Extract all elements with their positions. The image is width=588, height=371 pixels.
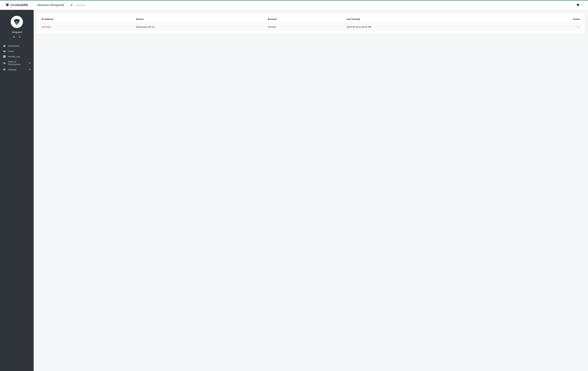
cell-action bbox=[515, 23, 582, 31]
sidebar-item-users[interactable]: Users bbox=[0, 49, 34, 54]
settings-icon bbox=[3, 68, 6, 71]
col-action: Action bbox=[515, 15, 582, 23]
profile-settings-icon[interactable] bbox=[13, 36, 15, 38]
table-row: 127.0.0.1 Macintosh (OS X) Chrome 2018-0… bbox=[40, 23, 582, 31]
caret-down-icon bbox=[29, 62, 31, 64]
users-icon bbox=[3, 50, 6, 52]
top-navbar: VANGUARD Sessions (Vanguard) / Sessions bbox=[0, 0, 588, 10]
sidebar-nav: Dashboard Users Activity Log Roles & Per… bbox=[0, 43, 34, 72]
brand-shield-icon bbox=[5, 3, 9, 7]
sessions-table: IP Address Device Browser Last Activity … bbox=[40, 15, 582, 31]
caret-down-icon bbox=[582, 4, 583, 6]
col-ip: IP Address bbox=[40, 15, 134, 23]
brand-text: VANGUARD bbox=[10, 3, 28, 7]
col-device: Device bbox=[134, 15, 266, 23]
col-browser: Browser bbox=[266, 15, 345, 23]
sidebar-item-roles-permissions[interactable]: Roles & Permissions bbox=[0, 59, 34, 67]
sidebar-item-settings[interactable]: Settings bbox=[0, 67, 34, 72]
sidebar-username: Vanguard bbox=[12, 31, 22, 33]
sidebar-item-dashboard[interactable]: Dashboard bbox=[0, 43, 34, 49]
brand[interactable]: VANGUARD bbox=[0, 3, 34, 7]
sidebar-item-label: Roles & Permissions bbox=[8, 61, 27, 66]
roles-icon bbox=[3, 62, 6, 64]
sidebar-item-label: Users bbox=[8, 50, 14, 52]
cell-device: Macintosh (OS X) bbox=[134, 23, 266, 31]
sidebar-avatar[interactable] bbox=[11, 16, 23, 28]
caret-down-icon bbox=[29, 68, 31, 71]
avatar-shield-icon bbox=[575, 2, 580, 8]
table-header-row: IP Address Device Browser Last Activity … bbox=[40, 15, 582, 23]
page-title: Sessions (Vanguard) bbox=[34, 3, 67, 7]
sidebar-profile: Vanguard bbox=[0, 13, 34, 40]
sidebar-item-label: Dashboard bbox=[8, 45, 19, 47]
main-content: IP Address Device Browser Last Activity … bbox=[34, 10, 588, 371]
logout-icon[interactable] bbox=[19, 36, 21, 38]
activity-icon bbox=[3, 55, 6, 58]
cell-ip: 127.0.0.1 bbox=[40, 23, 134, 31]
cell-browser: Chrome bbox=[266, 23, 345, 31]
breadcrumb-current: Sessions bbox=[76, 4, 85, 6]
breadcrumb: / Sessions bbox=[67, 3, 85, 7]
col-last-activity: Last Activity bbox=[345, 15, 515, 23]
breadcrumb-separator: / bbox=[74, 4, 75, 6]
sidebar-item-activity-log[interactable]: Activity Log bbox=[0, 54, 34, 59]
cell-last-activity: 2018-05-16 at 05:52 PM bbox=[345, 23, 515, 31]
sidebar-item-label: Activity Log bbox=[8, 55, 20, 58]
sessions-card: IP Address Device Browser Last Activity … bbox=[37, 13, 585, 34]
sidebar: Vanguard Dashboard Use bbox=[0, 10, 34, 371]
dashboard-icon bbox=[3, 45, 6, 47]
sidebar-item-label: Settings bbox=[8, 68, 16, 71]
home-icon[interactable] bbox=[70, 4, 73, 6]
user-menu-button[interactable] bbox=[575, 2, 585, 8]
invalidate-session-button[interactable] bbox=[576, 25, 580, 29]
